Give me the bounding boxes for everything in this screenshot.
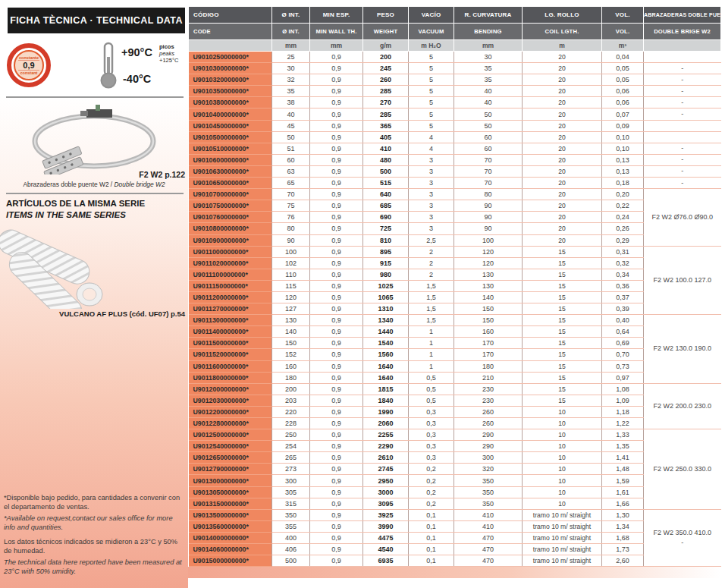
cell-coil-length: 15 [523, 360, 602, 372]
cell-clamp-ref [644, 131, 721, 143]
table-row: U9012000000000*2000,918150,5230151,08F2 … [189, 383, 721, 395]
cell-volume: 1,41 [602, 452, 644, 464]
cell-volume: 0,09 [602, 120, 644, 131]
cell-inner-diameter: 250 [272, 429, 310, 441]
cell-inner-diameter: 254 [272, 441, 310, 452]
cell-inner-diameter: 115 [272, 280, 310, 291]
cell-inner-diameter: 63 [272, 165, 310, 177]
cell-clamp-ref: - [644, 178, 721, 189]
cell-bending: 90 [454, 223, 523, 234]
cell-coil-length: 20 [523, 223, 602, 234]
cell-weight: 2255 [363, 429, 409, 441]
cell-vacuum: 0,3 [409, 418, 454, 429]
cell-vacuum: 0,1 [409, 544, 454, 555]
cell-code: U9011270000000* [189, 303, 272, 315]
cell-weight: 1640 [363, 360, 409, 372]
cell-code: U9010630000000* [189, 165, 272, 177]
cell-coil-length: 10 [523, 406, 602, 417]
cell-min-wall: 0,9 [310, 372, 363, 383]
cell-weight: 3925 [363, 509, 409, 520]
header-cell-1: Ø INT. [272, 24, 310, 40]
related-product-ref: VULCANO AF PLUS (cód. UF07) p.54 [6, 310, 185, 318]
header-cell-2: MIN ESP. [310, 7, 363, 24]
cell-min-wall: 0,9 [310, 360, 363, 372]
header-cell-4: VACUUM [409, 24, 454, 40]
table-row: U9011000000000*1000,98952120150,31F2 W2 … [189, 246, 721, 257]
header-cell-7: VOL. [602, 24, 644, 40]
table-row: U9010700000000*700,9640380200,20F2 W2 Ø7… [189, 189, 721, 200]
cell-clamp-ref: F2 W2 350.0 410.0 - [644, 509, 721, 566]
cell-clamp-ref [644, 120, 721, 131]
cell-code: U9010600000000* [189, 154, 272, 165]
cell-code: U9010650000000* [189, 178, 272, 189]
cell-weight: 915 [363, 257, 409, 269]
cell-code: U9011400000000* [189, 326, 272, 338]
cell-inner-diameter: 300 [272, 475, 310, 486]
cell-vacuum: 5 [409, 86, 454, 97]
table-row: U9011800000000*1800,916400,5210150,97 [189, 372, 721, 383]
cell-inner-diameter: 30 [272, 63, 310, 74]
cell-vacuum: 3 [409, 178, 454, 189]
cell-code: U9013500000000* [189, 509, 272, 520]
cell-clamp-ref: F2 W2 200.0 230.0 [644, 383, 721, 429]
cell-code: U9013000000000* [189, 475, 272, 486]
left-panel: FICHA TÈCNICA · TECHNICAL DATA constante… [0, 0, 188, 588]
footnotes: *Disponible bajo pedido, para cantidades… [4, 493, 184, 578]
cell-coil-length: 15 [523, 246, 602, 257]
cell-min-wall: 0,9 [310, 212, 363, 223]
cell-vacuum: 5 [409, 120, 454, 131]
cell-coil-length: 20 [523, 74, 602, 86]
cell-weight: 260 [363, 74, 409, 86]
cell-bending: 40 [454, 97, 523, 108]
cell-clamp-ref: - [644, 154, 721, 165]
cell-volume: 0,06 [602, 86, 644, 97]
cell-inner-diameter: 102 [272, 257, 310, 269]
cell-volume: 1,33 [602, 429, 644, 441]
clamp-caption: Abrazaderas doble puente W2 / Double bri… [2, 181, 187, 188]
header-cell-6: m [523, 40, 602, 52]
cell-coil-length: tramo 10 m/ straight [523, 555, 602, 567]
cell-vacuum: 2,5 [409, 234, 454, 246]
cell-bending: 260 [454, 418, 523, 429]
cell-weight: 2950 [363, 475, 409, 486]
cell-code: U9010300000000* [189, 63, 272, 74]
cell-bending: 50 [454, 120, 523, 131]
peaks-label-es: picos [159, 43, 178, 50]
cell-bending: 150 [454, 303, 523, 315]
cell-min-wall: 0,9 [310, 475, 363, 486]
cell-coil-length: 20 [523, 154, 602, 165]
cell-code: U9012790000000* [189, 464, 272, 475]
cell-volume: 1,09 [602, 395, 644, 406]
cell-min-wall: 0,9 [310, 532, 363, 543]
cell-vacuum: 0,1 [409, 555, 454, 567]
cell-weight: 405 [363, 131, 409, 143]
table-row: U9011200000000*1200,910651,5140150,37 [189, 291, 721, 303]
header-cell-2: mm [310, 40, 363, 52]
cell-coil-length: 20 [523, 120, 602, 131]
header-row-es: CÓDIGOØ INT.MIN ESP.PESOVACÍOR. CURVATUR… [189, 7, 721, 24]
cell-vacuum: 3 [409, 154, 454, 165]
cell-bending: 290 [454, 429, 523, 441]
cell-coil-length: 20 [523, 143, 602, 154]
cell-code: U9011020000000* [189, 257, 272, 269]
table-row: U9014060000000*4060,945400,1470tramo 10 … [189, 544, 721, 555]
cell-min-wall: 0,9 [310, 97, 363, 108]
table-row: U9012540000000*2540,922900,3290101,35 [189, 441, 721, 452]
cell-clamp-ref: F2 W2 130.0 190.0 [644, 315, 721, 384]
header-cell-2: MIN WALL TH. [310, 24, 363, 40]
cell-min-wall: 0,9 [310, 520, 363, 532]
cell-volume: 2,60 [602, 555, 644, 567]
table-row: U9010800000000*800,9725390200,26 [189, 223, 721, 234]
table-row: U9010600000000*600,9480370200,13- [189, 154, 721, 165]
table-header: CÓDIGOØ INT.MIN ESP.PESOVACÍOR. CURVATUR… [189, 7, 721, 52]
cell-weight: 2060 [363, 418, 409, 429]
cell-vacuum: 3 [409, 189, 454, 200]
cell-clamp-ref: F2 W2 Ø76.0 Ø90.0 [644, 189, 721, 246]
cell-bending: 150 [454, 315, 523, 326]
cell-weight: 1340 [363, 315, 409, 326]
cell-weight: 4475 [363, 532, 409, 543]
cell-weight: 4540 [363, 544, 409, 555]
cell-bending: 35 [454, 74, 523, 86]
cell-coil-length: 10 [523, 475, 602, 486]
cell-coil-length: tramo 10 m/ straight [523, 544, 602, 555]
